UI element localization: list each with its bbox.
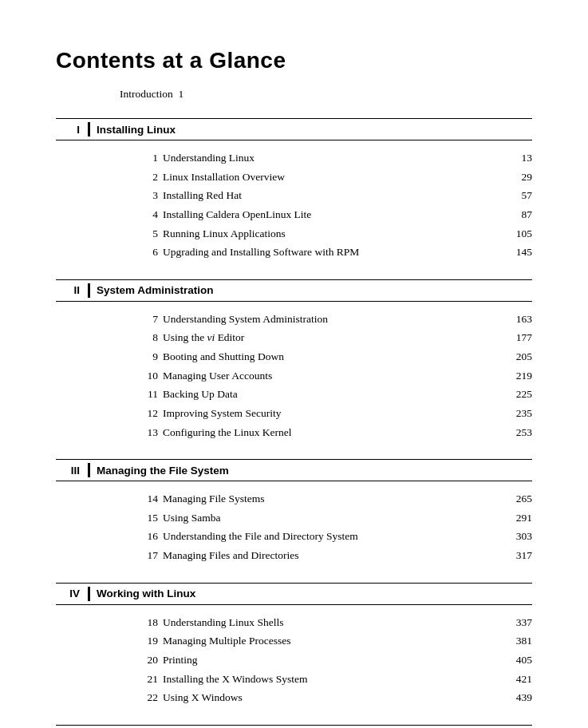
chapter-title-3-3: Installing the X Windows System bbox=[163, 670, 510, 689]
chapter-num-3-3: 21 bbox=[136, 670, 158, 689]
chapter-page-0-0: 13 bbox=[522, 148, 533, 168]
list-item: 8Using the vi Editor177 bbox=[56, 328, 532, 347]
chapter-page-1-2: 205 bbox=[516, 347, 532, 366]
list-item: 7Understanding System Administration163 bbox=[56, 310, 532, 329]
list-item: 21Installing the X Windows System421 bbox=[56, 670, 532, 689]
list-item: 14Managing File Systems265 bbox=[56, 489, 532, 508]
chapter-num-0-2: 3 bbox=[136, 186, 158, 205]
chapter-title-0-0: Understanding Linux bbox=[163, 148, 515, 168]
chapter-title-0-4: Running Linux Applications bbox=[163, 224, 510, 243]
chapter-page-0-5: 145 bbox=[516, 243, 532, 262]
chapter-num-1-6: 13 bbox=[136, 423, 158, 442]
section-header-2: IIIManaging the File System bbox=[56, 459, 532, 481]
chapter-title-3-2: Printing bbox=[163, 651, 510, 670]
chapter-page-0-1: 29 bbox=[522, 168, 533, 187]
section-number-1: II bbox=[56, 284, 88, 296]
section-title-3: Working with Linux bbox=[97, 588, 195, 599]
section-bar-1 bbox=[88, 283, 90, 298]
section-header-1: IISystem Administration bbox=[56, 279, 532, 302]
chapter-title-0-2: Installing Red Hat bbox=[163, 186, 515, 205]
chapter-title-1-0: Understanding System Administration bbox=[163, 310, 510, 329]
list-item: 3Installing Red Hat57 bbox=[56, 186, 532, 205]
chapter-page-2-2: 303 bbox=[516, 527, 532, 546]
section-number-0: I bbox=[56, 124, 88, 136]
list-item: 16Understanding the File and Directory S… bbox=[56, 527, 532, 546]
section-header-0: IInstalling Linux bbox=[56, 118, 532, 140]
section-bar-2 bbox=[88, 463, 90, 477]
chapter-title-1-6: Configuring the Linux Kernel bbox=[163, 423, 510, 442]
chapter-num-0-3: 4 bbox=[136, 205, 158, 224]
chapter-num-0-4: 5 bbox=[136, 224, 158, 243]
chapter-title-2-1: Using Samba bbox=[163, 508, 510, 528]
chapter-page-2-3: 317 bbox=[516, 546, 532, 565]
chapter-title-2-3: Managing Files and Directories bbox=[163, 546, 510, 565]
list-item: 15Using Samba291 bbox=[56, 508, 532, 528]
section-title-1: System Administration bbox=[97, 284, 214, 296]
chapter-num-2-0: 14 bbox=[136, 489, 158, 508]
list-item: 12Improving System Security235 bbox=[56, 404, 532, 423]
list-item: 19Managing Multiple Processes381 bbox=[56, 631, 532, 651]
section-iv: IVWorking with Linux18Understanding Linu… bbox=[56, 583, 532, 707]
chapter-page-1-1: 177 bbox=[516, 328, 532, 347]
chapter-list-0: 1Understanding Linux132Linux Installatio… bbox=[56, 148, 532, 262]
chapter-num-2-3: 17 bbox=[136, 546, 158, 565]
section-v: VNetwork Administration23Understanding t… bbox=[56, 725, 532, 728]
list-item: 13Configuring the Linux Kernel253 bbox=[56, 423, 532, 442]
chapter-title-0-3: Installing Caldera OpenLinux Lite bbox=[163, 205, 515, 224]
chapter-num-3-0: 18 bbox=[136, 613, 158, 632]
chapter-page-3-4: 439 bbox=[516, 688, 532, 707]
chapter-num-0-1: 2 bbox=[136, 168, 158, 187]
list-item: 9Booting and Shutting Down205 bbox=[56, 347, 532, 366]
list-item: 2Linux Installation Overview29 bbox=[56, 168, 532, 187]
list-item: 17Managing Files and Directories317 bbox=[56, 546, 532, 565]
chapter-page-2-0: 265 bbox=[516, 489, 532, 508]
list-item: 6Upgrading and Installing Software with … bbox=[56, 243, 532, 262]
list-item: 5Running Linux Applications105 bbox=[56, 224, 532, 243]
chapter-title-2-2: Understanding the File and Directory Sys… bbox=[163, 527, 510, 546]
introduction-line: Introduction 1 bbox=[120, 88, 532, 101]
chapter-page-1-6: 253 bbox=[516, 423, 532, 442]
chapter-num-1-3: 10 bbox=[136, 366, 158, 386]
section-title-0: Installing Linux bbox=[97, 124, 176, 136]
list-item: 10Managing User Accounts219 bbox=[56, 366, 532, 386]
list-item: 4Installing Caldera OpenLinux Lite87 bbox=[56, 205, 532, 224]
list-item: 1Understanding Linux13 bbox=[56, 148, 532, 168]
chapter-title-3-4: Using X Windows bbox=[163, 688, 510, 707]
section-ii: IISystem Administration7Understanding Sy… bbox=[56, 279, 532, 441]
chapter-page-0-3: 87 bbox=[522, 205, 533, 224]
list-item: 20Printing405 bbox=[56, 651, 532, 670]
chapter-page-1-5: 235 bbox=[516, 404, 532, 423]
chapter-num-3-4: 22 bbox=[136, 688, 158, 707]
chapter-page-3-1: 381 bbox=[516, 631, 532, 651]
chapter-title-0-1: Linux Installation Overview bbox=[163, 168, 515, 187]
chapter-title-2-0: Managing File Systems bbox=[163, 489, 510, 508]
chapter-num-0-0: 1 bbox=[136, 148, 158, 168]
section-title-2: Managing the File System bbox=[97, 465, 229, 477]
chapter-num-1-0: 7 bbox=[136, 310, 158, 329]
chapter-title-0-5: Upgrading and Installing Software with R… bbox=[163, 243, 510, 262]
chapter-num-1-1: 8 bbox=[136, 328, 158, 347]
chapter-title-1-3: Managing User Accounts bbox=[163, 366, 510, 386]
section-number-3: IV bbox=[56, 588, 88, 599]
chapter-title-1-2: Booting and Shutting Down bbox=[163, 347, 510, 366]
chapter-page-0-2: 57 bbox=[522, 186, 533, 205]
section-iii: IIIManaging the File System14Managing Fi… bbox=[56, 459, 532, 565]
list-item: 22Using X Windows439 bbox=[56, 688, 532, 707]
chapter-num-1-4: 11 bbox=[136, 385, 158, 404]
section-bar-3 bbox=[88, 587, 90, 601]
chapter-num-3-1: 19 bbox=[136, 631, 158, 651]
intro-page: 1 bbox=[179, 88, 184, 100]
chapter-page-1-4: 225 bbox=[516, 385, 532, 404]
chapter-page-3-2: 405 bbox=[516, 651, 532, 670]
section-header-4: VNetwork Administration bbox=[56, 725, 532, 728]
chapter-page-1-3: 219 bbox=[516, 366, 532, 386]
chapter-page-0-4: 105 bbox=[516, 224, 532, 243]
chapter-title-3-1: Managing Multiple Processes bbox=[163, 631, 510, 651]
section-bar-0 bbox=[88, 122, 90, 136]
section-i: IInstalling Linux1Understanding Linux132… bbox=[56, 118, 532, 262]
list-item: 18Understanding Linux Shells337 bbox=[56, 613, 532, 632]
chapter-list-1: 7Understanding System Administration1638… bbox=[56, 310, 532, 441]
chapter-num-0-5: 6 bbox=[136, 243, 158, 262]
intro-label: Introduction bbox=[120, 88, 173, 100]
section-header-3: IVWorking with Linux bbox=[56, 583, 532, 605]
